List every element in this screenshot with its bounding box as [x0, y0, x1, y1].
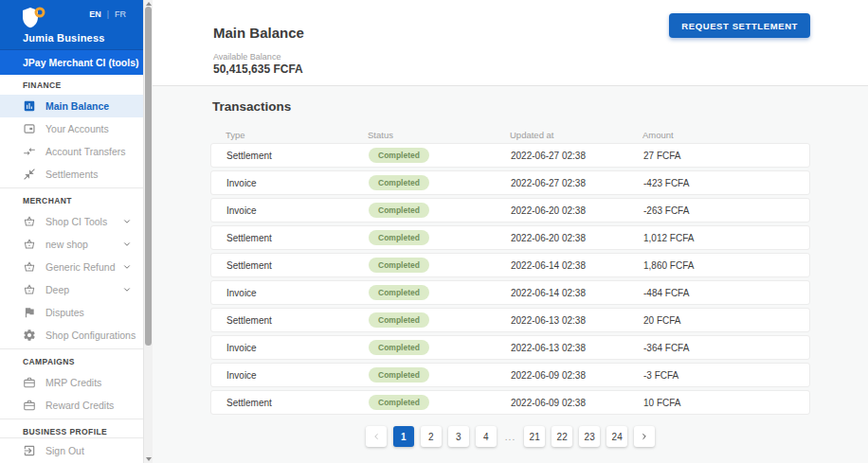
sidebar-item-label: Shop CI Tools	[45, 216, 107, 227]
table-row[interactable]: Invoice Completed 2022-06-27 02:38 -423 …	[210, 170, 810, 195]
language-en[interactable]: EN	[89, 9, 101, 19]
chevron-down-icon	[122, 217, 132, 226]
transfer-arrows-icon	[23, 145, 36, 158]
table-row[interactable]: Settlement Completed 2022-06-20 02:38 1,…	[210, 225, 810, 250]
column-header-amount: Amount	[642, 130, 810, 140]
cell-status: Completed	[369, 340, 511, 355]
chevron-down-icon	[122, 240, 132, 249]
cell-updated-at: 2022-06-27 02:38	[511, 178, 643, 188]
sidebar-item-disputes[interactable]: Disputes	[0, 301, 143, 324]
pagination-next-button[interactable]	[634, 426, 655, 447]
cell-updated-at: 2022-06-09 02:38	[511, 370, 643, 381]
table-row[interactable]: Invoice Completed 2022-06-09 02:38 -3 FC…	[210, 363, 810, 387]
sidebar-scrollbar[interactable]	[143, 0, 153, 463]
sidebar-item-label: Deep	[45, 284, 69, 295]
pagination-page-button[interactable]: 1	[393, 426, 414, 447]
pagination-page-button[interactable]: 23	[579, 426, 600, 447]
cell-type: Invoice	[226, 343, 369, 353]
jumia-shield-logo-icon	[19, 6, 49, 32]
table-row[interactable]: Settlement Completed 2022-06-13 02:38 20…	[210, 308, 810, 332]
pagination-page-button[interactable]: 21	[524, 426, 545, 447]
language-fr[interactable]: FR	[115, 9, 126, 19]
table-row[interactable]: Settlement Completed 2022-06-09 02:38 10…	[210, 390, 810, 415]
sidebar-item-shop-configurations[interactable]: Shop Configurations	[0, 324, 143, 347]
cell-type: Invoice	[226, 288, 369, 298]
basket-icon	[23, 215, 36, 228]
sidebar-item-reward-credits[interactable]: Reward Credits	[0, 394, 143, 417]
cell-amount: -484 FCFA	[643, 288, 809, 298]
table-row[interactable]: Invoice Completed 2022-06-14 02:38 -484 …	[210, 280, 810, 305]
sidebar-item-label: Settlements	[45, 169, 98, 180]
sidebar-item-label: Disputes	[45, 307, 84, 318]
request-settlement-button[interactable]: REQUEST SETTLEMENT	[669, 13, 810, 38]
status-badge: Completed	[369, 312, 429, 328]
cell-status: Completed	[369, 175, 511, 190]
sign-out-button[interactable]: Sign Out	[0, 437, 153, 463]
sidebar-item-shop-ci-tools[interactable]: Shop CI Tools	[0, 210, 143, 233]
brand-title: Jumia Business	[23, 32, 105, 44]
scrollbar-down-arrow-icon[interactable]	[146, 457, 152, 461]
table-row[interactable]: Invoice Completed 2022-06-20 02:38 -263 …	[210, 198, 810, 223]
cell-status: Completed	[369, 312, 511, 328]
cell-updated-at: 2022-06-20 02:38	[511, 233, 643, 243]
sidebar-item-account-transfers[interactable]: Account Transfers	[0, 140, 143, 163]
cell-type: Settlement	[226, 151, 369, 161]
cell-type: Invoice	[226, 205, 369, 216]
pagination-page-button[interactable]: 24	[606, 426, 627, 447]
flag-icon	[23, 306, 36, 319]
pagination-ellipsis: ...	[503, 432, 517, 442]
column-header-status: Status	[368, 130, 510, 140]
basket-icon	[23, 283, 36, 296]
sidebar-item-main-balance[interactable]: Main Balance	[0, 95, 143, 117]
sidebar-item-mrp-credits[interactable]: MRP Credits	[0, 371, 143, 394]
cell-amount: 10 FCFA	[643, 398, 809, 408]
column-header-updated-at: Updated at	[510, 130, 642, 140]
table-row[interactable]: Settlement Completed 2022-06-27 02:38 27…	[210, 143, 810, 168]
transactions-title: Transactions	[212, 99, 810, 114]
cell-type: Invoice	[226, 178, 369, 188]
table-row[interactable]: Invoice Completed 2022-06-13 02:38 -364 …	[210, 335, 810, 360]
status-badge: Completed	[369, 148, 429, 163]
cell-amount: 1,012 FCFA	[643, 233, 809, 243]
table-row[interactable]: Settlement Completed 2022-06-14 02:38 1,…	[210, 253, 810, 277]
sidebar-item-generic-refund[interactable]: Generic Refund	[0, 256, 143, 278]
chevron-down-icon	[122, 285, 132, 294]
pagination-page-button[interactable]: 3	[448, 426, 469, 447]
section-title-finance: FINANCE	[0, 75, 143, 95]
table-header-row: Type Status Updated at Amount	[210, 129, 810, 140]
pagination: 1 2 3 4 ... 21 22 23 24	[210, 426, 810, 447]
sidebar-item-settlements[interactable]: Settlements	[0, 163, 143, 186]
column-header-type: Type	[226, 130, 368, 140]
pagination-page-button[interactable]: 22	[552, 426, 572, 447]
status-badge: Completed	[369, 258, 429, 273]
balance-chart-icon	[23, 99, 36, 113]
cell-updated-at: 2022-06-20 02:38	[511, 205, 643, 216]
sidebar-item-new-shop[interactable]: new shop	[0, 233, 143, 256]
available-balance-label: Available Balance	[213, 52, 280, 62]
merchant-app-selector[interactable]: JPay Merchant CI (tools)	[0, 49, 153, 75]
sidebar-item-label: Account Transfers	[45, 146, 126, 157]
pagination-page-button[interactable]: 2	[421, 426, 442, 447]
scrollbar-up-arrow-icon[interactable]	[146, 2, 152, 6]
cell-type: Settlement	[226, 398, 369, 408]
pagination-prev-button[interactable]	[366, 426, 387, 447]
cell-status: Completed	[369, 148, 511, 163]
cell-status: Completed	[369, 203, 511, 218]
status-badge: Completed	[369, 367, 429, 383]
sidebar-item-label: Reward Credits	[45, 400, 114, 411]
transactions-section: Transactions Type Status Updated at Amou…	[153, 85, 868, 463]
cell-updated-at: 2022-06-14 02:38	[511, 288, 643, 298]
sidebar-item-your-accounts[interactable]: Your Accounts	[0, 117, 143, 140]
cell-status: Completed	[369, 395, 511, 410]
scrollbar-thumb[interactable]	[145, 7, 152, 346]
chevron-down-icon	[122, 262, 132, 272]
sidebar-item-label: new shop	[45, 239, 88, 250]
briefcase-icon	[23, 399, 36, 412]
sidebar-item-deep[interactable]: Deep	[0, 278, 143, 301]
pagination-page-button[interactable]: 4	[476, 426, 497, 447]
cell-amount: -3 FCFA	[643, 370, 809, 381]
sidebar-divider	[0, 348, 143, 349]
status-badge: Completed	[369, 395, 429, 410]
sidebar-divider	[0, 418, 143, 419]
section-title-campaigns: CAMPAIGNS	[0, 351, 143, 371]
